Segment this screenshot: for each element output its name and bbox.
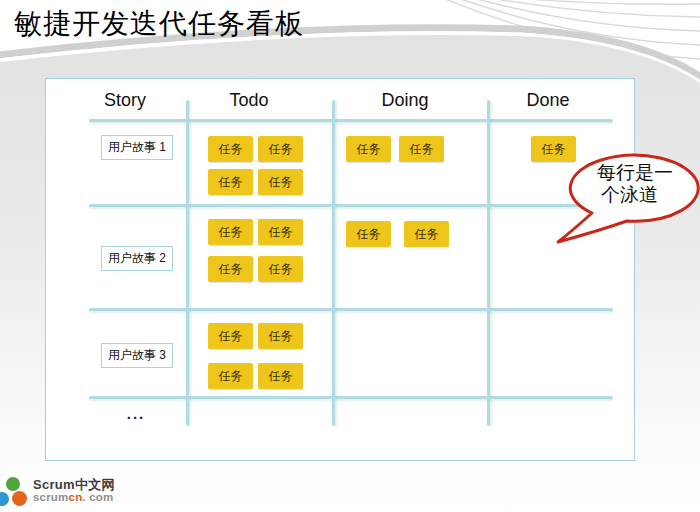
task-card: 任务 <box>346 221 391 247</box>
task-card: 任务 <box>404 221 449 247</box>
task-card: 任务 <box>258 136 303 162</box>
grid-line-col-story <box>186 100 189 426</box>
kanban-board: Story Todo Doing Done 用户故事 1 用户故事 2 用户故事… <box>45 78 635 461</box>
task-card: 任务 <box>258 219 303 245</box>
task-card: 任务 <box>258 169 303 195</box>
grid-line-row3 <box>89 396 613 399</box>
task-card: 任务 <box>531 136 576 162</box>
task-card: 任务 <box>258 323 303 349</box>
swimlane-callout-text: 每行是一 个泳道 <box>597 162 673 206</box>
more-rows-ellipsis: ... <box>106 405 166 422</box>
url-suffix: . com <box>82 491 113 503</box>
url-highlight: cn <box>69 491 83 503</box>
task-card: 任务 <box>208 136 253 162</box>
task-card: 任务 <box>208 363 253 389</box>
url-prefix: scrum <box>33 491 69 503</box>
brand-url: scrumcn. com <box>33 491 113 503</box>
task-card: 任务 <box>208 256 253 282</box>
grid-line-col-doing <box>487 100 490 426</box>
slide-title: 敏捷开发迭代任务看板 <box>14 5 304 43</box>
callout-line-2: 个泳道 <box>597 184 673 206</box>
grid-line-col-todo <box>332 100 335 426</box>
logo-orange-dot-icon <box>12 491 27 506</box>
story-card: 用户故事 3 <box>101 343 173 368</box>
task-card: 任务 <box>208 219 253 245</box>
grid-line-row1 <box>89 204 613 207</box>
task-card: 任务 <box>258 363 303 389</box>
logo-green-dot-icon <box>6 477 20 491</box>
column-header-doing: Doing <box>381 90 428 111</box>
column-header-story: Story <box>104 90 146 111</box>
callout-line-1: 每行是一 <box>597 162 673 184</box>
task-card: 任务 <box>258 256 303 282</box>
grid-line-header <box>89 119 613 122</box>
story-card: 用户故事 1 <box>101 135 173 160</box>
column-header-todo: Todo <box>229 90 268 111</box>
grid-line-row2 <box>89 308 613 311</box>
task-card: 任务 <box>399 136 444 162</box>
task-card: 任务 <box>208 323 253 349</box>
story-card: 用户故事 2 <box>101 246 173 271</box>
column-header-done: Done <box>526 90 569 111</box>
task-card: 任务 <box>346 136 391 162</box>
task-card: 任务 <box>208 169 253 195</box>
